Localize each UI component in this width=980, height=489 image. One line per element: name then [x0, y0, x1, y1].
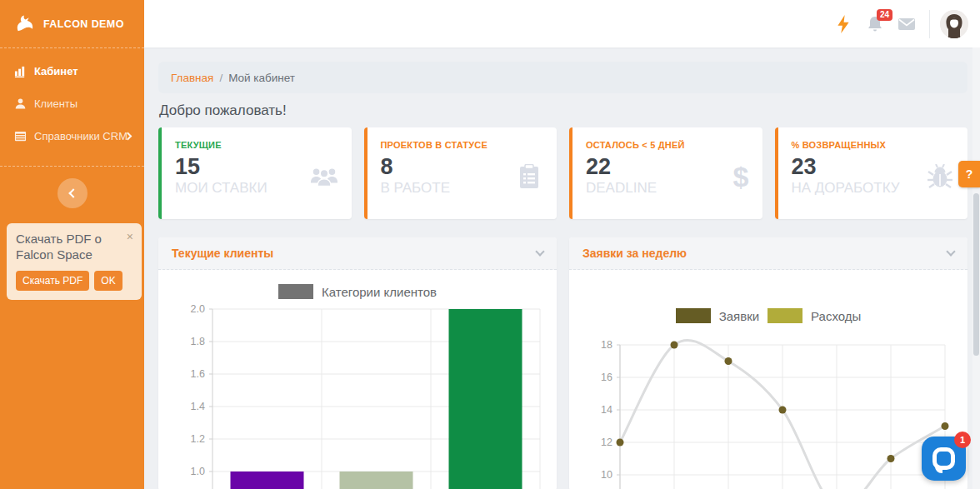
- bar-chart-icon: [14, 65, 27, 77]
- panel-current-clients: Текущие клиенты Категории клиентов 2.01.…: [158, 237, 557, 489]
- clipboard-icon: [515, 164, 543, 192]
- svg-text:12: 12: [601, 437, 612, 448]
- header-divider: [929, 10, 930, 38]
- scrollbar-track[interactable]: [972, 47, 980, 489]
- chevron-down-icon[interactable]: [946, 247, 955, 256]
- close-icon[interactable]: ×: [127, 232, 133, 242]
- stat-cards: ТЕКУЩИЕ 15 МОИ СТАВКИ ПРОЕКТОВ В СТАТУСЕ…: [158, 127, 968, 219]
- svg-text:18: 18: [601, 339, 612, 351]
- dashboard-page: FALCON DEMO Кабинет Клиенты Справочники …: [0, 0, 980, 489]
- line-chart: 1816141210: [580, 327, 957, 489]
- bug-icon: [926, 164, 954, 192]
- chevron-left-icon: [68, 188, 78, 197]
- bar-chart-body: Категории клиентов 2.01.81.61.41.21.0: [158, 270, 557, 489]
- panel-title: Текущие клиенты: [172, 247, 273, 260]
- panel-title: Заявки за неделю: [582, 247, 687, 260]
- sidebar-item-clients[interactable]: Клиенты: [0, 87, 144, 120]
- svg-text:1.0: 1.0: [191, 466, 205, 477]
- sidebar-collapse-button[interactable]: [58, 178, 88, 208]
- breadcrumb-separator: /: [219, 72, 222, 84]
- card-title: ПРОЕКТОВ В СТАТУСЕ: [381, 140, 544, 150]
- download-pdf-button[interactable]: Скачать PDF: [16, 271, 89, 291]
- card-title: ТЕКУЩИЕ: [175, 140, 338, 150]
- stat-card-returned: % ВОЗВРАЩЕННЫХ 23 НА ДОРАБОТКУ: [775, 127, 968, 219]
- notifications-button[interactable]: 24: [859, 8, 891, 40]
- toast-text: Скачать PDF о Falcon Space: [16, 232, 133, 263]
- card-value: 22: [586, 155, 749, 178]
- line-chart-body: Заявки Расходы 1816141210: [569, 270, 968, 489]
- chart-panels: Текущие клиенты Категории клиентов 2.01.…: [158, 237, 968, 489]
- svg-text:1.8: 1.8: [191, 336, 205, 347]
- card-subtitle: DEADLINE: [586, 180, 749, 197]
- dollar-icon: $: [733, 164, 749, 189]
- svg-text:1.4: 1.4: [191, 401, 205, 412]
- legend-label: Заявки: [719, 309, 759, 323]
- ok-button[interactable]: OK: [94, 271, 122, 291]
- lightning-icon: [837, 15, 850, 33]
- user-icon: [14, 97, 27, 110]
- quick-actions-button[interactable]: [828, 8, 859, 40]
- stat-card-current: ТЕКУЩИЕ 15 МОИ СТАВКИ: [158, 127, 352, 219]
- sidebar-item-label: Кабинет: [34, 65, 78, 77]
- table-icon: [14, 130, 27, 142]
- falcon-logo-icon: [13, 13, 35, 35]
- stat-card-deadline: ОСТАЛОСЬ < 5 ДНЕЙ 22 DEADLINE $: [569, 127, 762, 219]
- page-title: Добро пожаловать!: [159, 102, 968, 119]
- avatar[interactable]: [940, 10, 968, 38]
- breadcrumb-current: Мой кабинет: [228, 72, 295, 84]
- bar-chart-legend: Категории клиентов: [169, 284, 546, 299]
- legend-label: Расходы: [811, 309, 861, 323]
- main-content: Главная / Мой кабинет Добро пожаловать! …: [144, 47, 980, 489]
- breadcrumb-home-link[interactable]: Главная: [171, 72, 213, 84]
- svg-text:1.2: 1.2: [191, 433, 205, 445]
- top-header: 24: [144, 0, 980, 47]
- brand-name: FALCON DEMO: [43, 18, 124, 30]
- sidebar-item-cabinet[interactable]: Кабинет: [0, 55, 144, 87]
- card-title: % ВОЗВРАЩЕННЫХ: [792, 140, 955, 150]
- svg-text:16: 16: [601, 372, 612, 383]
- chat-badge: 1: [954, 432, 971, 448]
- stat-card-projects: ПРОЕКТОВ В СТАТУСЕ 8 В РАБОТЕ: [364, 127, 558, 219]
- sidebar: FALCON DEMO Кабинет Клиенты Справочники …: [0, 0, 144, 489]
- legend-label: Категории клиентов: [322, 285, 437, 299]
- breadcrumb: Главная / Мой кабинет: [158, 62, 968, 93]
- panel-header: Текущие клиенты: [158, 237, 557, 270]
- panel-weekly-requests: Заявки за неделю Заявки Расходы 18161412…: [569, 237, 968, 489]
- chat-widget-button[interactable]: 1: [922, 437, 966, 481]
- svg-text:2.0: 2.0: [191, 303, 205, 315]
- envelope-icon: [898, 17, 916, 31]
- users-icon: [310, 164, 338, 192]
- panel-header: Заявки за неделю: [569, 237, 968, 270]
- chat-dots-icon: [942, 453, 946, 464]
- legend-swatch-requests: [676, 308, 711, 323]
- legend-swatch-expenses: [768, 308, 802, 323]
- legend-swatch: [278, 284, 313, 299]
- pdf-toast: Скачать PDF о Falcon Space × Скачать PDF…: [7, 223, 142, 300]
- svg-text:1.6: 1.6: [191, 368, 205, 380]
- sidebar-item-label: Справочники CRM: [34, 130, 128, 142]
- sidebar-item-crm-directories[interactable]: Справочники CRM: [0, 120, 144, 152]
- bar-chart: 2.01.81.61.41.21.0: [169, 302, 544, 489]
- card-title: ОСТАЛОСЬ < 5 ДНЕЙ: [586, 140, 749, 150]
- sidebar-divider: [0, 166, 144, 167]
- sidebar-nav: Кабинет Клиенты Справочники CRM: [0, 48, 144, 159]
- svg-text:10: 10: [601, 469, 612, 481]
- messages-button[interactable]: [891, 8, 922, 40]
- svg-text:14: 14: [601, 404, 612, 416]
- scrollbar-thumb[interactable]: [973, 193, 979, 356]
- brand-row[interactable]: FALCON DEMO: [0, 0, 144, 48]
- help-button[interactable]: ?: [958, 161, 980, 187]
- line-chart-legend: Заявки Расходы: [580, 308, 957, 323]
- chevron-down-icon[interactable]: [535, 247, 544, 256]
- sidebar-item-label: Клиенты: [34, 97, 78, 110]
